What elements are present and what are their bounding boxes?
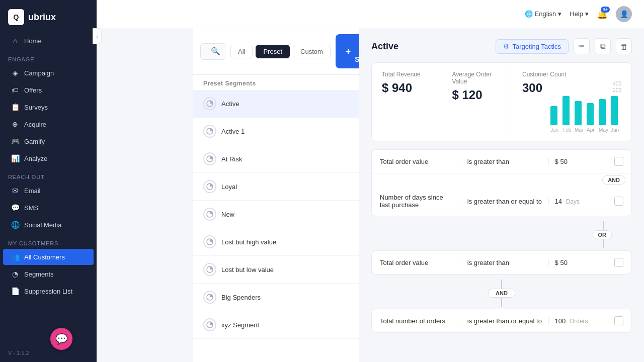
- sidebar-item-all-customers[interactable]: 👥 All Customers: [3, 249, 94, 265]
- chart-bar-label: Jan: [550, 127, 557, 133]
- sidebar-acquire-label: Acquire: [24, 121, 46, 128]
- chart-bar-label: Mar: [575, 127, 582, 133]
- condition-op-4: is greater than or equal to: [461, 317, 549, 325]
- segment-list-item[interactable]: At Risk: [193, 145, 359, 173]
- condition-op-1: is greater than: [461, 158, 549, 165]
- sidebar-email-label: Email: [24, 187, 41, 195]
- help-chevron-down-icon: ▾: [585, 10, 589, 18]
- globe-icon: 🌐: [525, 10, 533, 18]
- search-icon: 🔍: [211, 47, 220, 56]
- engage-section-label: Engage: [0, 49, 97, 64]
- notification-bell[interactable]: 🔔 9+: [597, 9, 608, 20]
- chart-bar: [575, 101, 582, 125]
- segment-list-item[interactable]: Lost but low value: [193, 256, 359, 284]
- segment-list-item[interactable]: Lost but high value: [193, 228, 359, 256]
- segment-item-label: Lost but low value: [221, 266, 274, 274]
- condition-block-1: Total order value is greater than $ 50 A…: [371, 149, 632, 216]
- sidebar-segments-label: Segments: [24, 270, 54, 278]
- segment-item-icon: [203, 180, 216, 193]
- sidebar-item-social-media[interactable]: 🌐 Social Media: [3, 217, 94, 233]
- segment-list-item[interactable]: Active: [193, 90, 359, 118]
- targeting-icon: ⚙: [503, 43, 509, 50]
- main-content: 🔍 All Preset Custom + Create New Segment…: [193, 28, 644, 362]
- sidebar-item-surveys[interactable]: 📋 Surveys: [3, 99, 94, 115]
- segment-list-item[interactable]: New: [193, 201, 359, 228]
- all-customers-icon: 👥: [11, 253, 19, 261]
- segment-item-label: New: [221, 211, 234, 218]
- tab-custom[interactable]: Custom: [293, 45, 331, 58]
- segment-list: Active Active 1 At Risk: [193, 90, 359, 362]
- tab-preset[interactable]: Preset: [256, 45, 290, 58]
- sidebar-item-sms[interactable]: 💬 SMS: [3, 200, 94, 216]
- notification-badge: 9+: [601, 7, 610, 13]
- sidebar-item-offers[interactable]: 🏷 Offers: [3, 82, 94, 98]
- segment-item-icon: [203, 125, 216, 138]
- sidebar-surveys-label: Surveys: [24, 104, 48, 111]
- chart-bar: [599, 99, 606, 125]
- lang-chevron-down-icon: ▾: [558, 10, 561, 18]
- logo-text: ubriux: [28, 12, 56, 23]
- trash-icon: 🗑: [620, 42, 628, 51]
- sidebar-item-analyze[interactable]: 📊 Analyze: [3, 150, 94, 166]
- targeting-tactics-button[interactable]: ⚙ Targeting Tactics: [496, 39, 569, 54]
- chart-bar: [587, 103, 594, 125]
- segment-item-label: Loyal: [221, 183, 237, 191]
- sidebar-item-segments[interactable]: ◔ Segments: [3, 266, 94, 282]
- condition-field-2: Number of days since last purchase: [380, 194, 461, 209]
- avg-order-label: Average Order Value: [452, 71, 502, 85]
- sidebar: Q ubriux ⌂ Home Engage ◈ Campaign 🏷 Offe…: [0, 0, 97, 362]
- sidebar-item-email[interactable]: ✉ Email: [3, 183, 94, 199]
- condition-op-2: is greater than or equal to: [461, 198, 549, 205]
- chevron-left-icon: ‹: [96, 33, 98, 39]
- condition-row-1: Total order value is greater than $ 50: [372, 150, 631, 173]
- edit-button[interactable]: ✏: [574, 38, 590, 54]
- chart-bar-label: Apr: [587, 127, 594, 133]
- language-label: English: [535, 10, 556, 18]
- language-selector[interactable]: 🌐 English ▾: [525, 10, 562, 18]
- detail-title: Active: [371, 41, 398, 52]
- bar-chart: 400 200 JanFebMarAprMayJun: [550, 81, 621, 133]
- reach-out-section-label: Reach Out: [0, 167, 97, 182]
- sidebar-collapse-button[interactable]: ‹: [93, 28, 102, 44]
- tab-all[interactable]: All: [230, 45, 253, 58]
- conditions-container: Total order value is greater than $ 50 A…: [371, 149, 632, 333]
- acquire-icon: ⊕: [11, 120, 19, 128]
- segment-panel: 🔍 All Preset Custom + Create New Segment…: [193, 28, 359, 362]
- segments-icon: ◔: [11, 270, 19, 278]
- analyze-icon: 📊: [11, 154, 19, 162]
- condition-block-3: Total number of orders is greater than o…: [371, 309, 632, 333]
- segment-list-item[interactable]: Loyal: [193, 173, 359, 201]
- delete-button[interactable]: 🗑: [616, 38, 632, 54]
- sidebar-item-home[interactable]: ⌂ Home: [3, 33, 94, 49]
- condition-val-3: $ 50: [549, 259, 598, 266]
- help-menu[interactable]: Help ▾: [570, 10, 589, 18]
- chart-bar: [562, 96, 570, 125]
- segment-item-icon: [203, 235, 216, 248]
- segment-item-icon: [203, 263, 216, 276]
- plus-icon: +: [346, 46, 351, 57]
- sidebar-suppression-list-label: Suppression List: [24, 288, 72, 295]
- user-avatar[interactable]: 👤: [616, 6, 632, 22]
- logo-icon: Q: [8, 9, 24, 25]
- segment-list-item[interactable]: xyz Segment: [193, 311, 359, 339]
- customer-count-value: 300: [522, 81, 542, 95]
- condition-op-3: is greater than: [461, 259, 549, 266]
- segment-list-item[interactable]: Big Spenders: [193, 284, 359, 311]
- segment-list-item[interactable]: Active 1: [193, 118, 359, 145]
- sidebar-gamify-label: Gamify: [24, 138, 45, 145]
- chat-bubble-button[interactable]: 💬: [50, 328, 72, 350]
- campaign-icon: ◈: [11, 69, 19, 77]
- topbar: 🌐 English ▾ Help ▾ 🔔 9+ 👤: [97, 0, 644, 28]
- chart-bar-label: Jun: [611, 127, 618, 133]
- chart-bar-label: Feb: [562, 127, 570, 133]
- total-revenue-value: $ 940: [382, 81, 432, 95]
- condition-val-1: $ 50: [549, 158, 598, 165]
- copy-button[interactable]: ⧉: [595, 38, 611, 54]
- sidebar-item-suppression-list[interactable]: 📄 Suppression List: [3, 283, 94, 299]
- sidebar-item-gamify[interactable]: 🎮 Gamify: [3, 133, 94, 149]
- sidebar-item-campaign[interactable]: ◈ Campaign: [3, 65, 94, 81]
- customer-count-card: Customer Count 300 400 200 JanFebMarAprM…: [512, 63, 631, 141]
- sidebar-item-acquire[interactable]: ⊕ Acquire: [3, 116, 94, 132]
- my-customers-section-label: My Cusotmers: [0, 233, 97, 248]
- copy-icon: ⧉: [600, 42, 606, 51]
